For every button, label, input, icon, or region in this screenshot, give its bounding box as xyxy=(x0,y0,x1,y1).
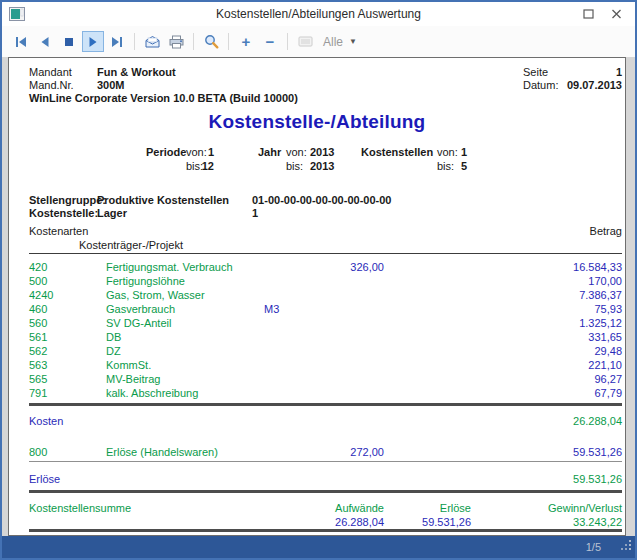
jahr-label: Jahr xyxy=(258,146,281,158)
kostenstelle-value: Lager xyxy=(97,207,127,219)
page-indicator: 1/5 xyxy=(586,541,601,553)
row-amount: 170,00 xyxy=(588,275,622,287)
row-name: SV DG-Anteil xyxy=(106,317,171,329)
search-button[interactable] xyxy=(200,31,222,52)
kostenstellen-von: 1 xyxy=(439,146,467,158)
row-name: Erlöse (Handelswaren) xyxy=(106,446,218,458)
seite-label: Seite xyxy=(523,66,548,78)
jahr-bis: 2013 xyxy=(310,160,334,172)
stellengruppe-value: Produktive Kostenstellen xyxy=(97,194,229,206)
row-name: DB xyxy=(106,331,121,343)
image-icon xyxy=(297,34,314,49)
kosten-label: Kosten xyxy=(29,415,63,427)
row-code: 460 xyxy=(29,303,47,315)
kostenstellen-label: Kostenstellen xyxy=(361,146,433,158)
print-button[interactable] xyxy=(165,31,187,52)
next-page-button[interactable] xyxy=(82,31,104,52)
row-code: 420 xyxy=(29,261,47,273)
gewinn-label: Gewinn/Verlust xyxy=(548,502,622,514)
mandnr-value: 300M xyxy=(97,79,125,91)
mandant-label: Mandant xyxy=(29,66,72,78)
toolbar: + − Alle ▼ xyxy=(2,26,635,57)
row-amount: 67,79 xyxy=(594,387,622,399)
summary-erloese-value: 59.531,26 xyxy=(422,516,471,528)
row-amount: 1.325,12 xyxy=(579,317,622,329)
row-amount: 7.386,37 xyxy=(579,289,622,301)
row-amount: 331,65 xyxy=(588,331,622,343)
table-rows: 420 Fertigungsmat. Verbrauch 326,00 16.5… xyxy=(9,261,625,401)
table-row: 563 KommSt. 221,10 xyxy=(9,359,625,373)
row-amount: 59.531,26 xyxy=(573,446,622,458)
seite-value: 1 xyxy=(616,66,622,78)
row-amount: 75,93 xyxy=(594,303,622,315)
close-icon xyxy=(611,9,622,19)
stellengruppe-code: 01-00-00-00-00-00-00-00-00 xyxy=(252,194,391,206)
zoom-out-button[interactable]: − xyxy=(259,31,281,52)
table-row: 420 Fertigungsmat. Verbrauch 326,00 16.5… xyxy=(9,261,625,275)
toolbar-separator xyxy=(134,33,135,50)
close-button[interactable] xyxy=(609,7,623,21)
col-kostenarten: Kostenarten xyxy=(29,225,88,237)
zoom-in-button[interactable]: + xyxy=(235,31,257,52)
table-row: 562 DZ 29,48 xyxy=(9,345,625,359)
print-icon xyxy=(168,34,185,50)
table-row: 460 Gasverbrauch M3 75,93 xyxy=(9,303,625,317)
row-code: 560 xyxy=(29,317,47,329)
periode-label: Periode xyxy=(146,146,186,158)
version-line: WinLine Corporate Version 10.0 BETA (Bui… xyxy=(29,92,298,104)
summary-bottom-rule xyxy=(29,529,622,532)
gewinn-value: 33.243,22 xyxy=(573,516,622,528)
toolbar-separator xyxy=(287,33,288,50)
row-amount: 16.584,33 xyxy=(573,261,622,273)
row-name: kalk. Abschreibung xyxy=(106,387,198,399)
export-image-button xyxy=(294,31,316,52)
row-qty: 326,00 xyxy=(350,261,384,273)
kostenstelle-label: Kostenstelle: xyxy=(29,207,98,219)
erloese-total: 59.531,26 xyxy=(573,473,622,485)
summary-top-rule xyxy=(29,490,622,493)
stop-button[interactable] xyxy=(58,31,80,52)
periode-von: 1 xyxy=(189,146,214,158)
toolbar-separator xyxy=(193,33,194,50)
aufwaende-label: Aufwände xyxy=(335,502,384,514)
send-mail-button[interactable] xyxy=(141,31,163,52)
col-betrag: Betrag xyxy=(590,225,622,237)
window-title: Kostenstellen/Abteilungen Auswertung xyxy=(2,7,635,21)
report-page: Mandant Fun & Workout Mand.Nr. 300M WinL… xyxy=(8,57,626,536)
last-page-button[interactable] xyxy=(106,31,128,52)
resize-grip[interactable] xyxy=(621,537,632,555)
maximize-button[interactable] xyxy=(581,7,595,21)
previous-page-button[interactable] xyxy=(34,31,56,52)
row-code: 562 xyxy=(29,345,47,357)
row-name: KommSt. xyxy=(106,359,151,371)
table-row: 500 Fertigungslöhne 170,00 xyxy=(9,275,625,289)
row-code: 561 xyxy=(29,331,47,343)
first-page-button[interactable] xyxy=(10,31,32,52)
report-window: Kostenstellen/Abteilungen Auswertung xyxy=(0,0,637,560)
row-name: Fertigungsmat. Verbrauch xyxy=(106,261,233,273)
bis-label: bis: xyxy=(286,160,303,172)
col-projekt: Kostenträger-/Projekt xyxy=(79,239,183,251)
stop-icon xyxy=(61,34,77,50)
row-amount: 96,27 xyxy=(594,373,622,385)
row-name: Gas, Strom, Wasser xyxy=(106,289,205,301)
row-code: 4240 xyxy=(29,289,53,301)
toolbar-separator xyxy=(228,33,229,50)
table-row: 565 MV-Beitrag 96,27 xyxy=(9,373,625,387)
jahr-von: 2013 xyxy=(310,146,334,158)
titlebar[interactable]: Kostenstellen/Abteilungen Auswertung xyxy=(2,2,635,26)
aufwaende-value: 26.288,04 xyxy=(335,516,384,528)
kostenstellen-bis: 5 xyxy=(439,160,467,172)
statusbar: 1/5 xyxy=(2,536,635,558)
erloese-label: Erlöse xyxy=(29,473,60,485)
section-rule xyxy=(29,403,622,406)
summary-label: Kostenstellensumme xyxy=(29,502,131,514)
last-page-icon xyxy=(109,34,125,50)
report-title: Kostenstelle-/Abteilung xyxy=(9,111,625,133)
row-code: 565 xyxy=(29,373,47,385)
row-name: Gasverbrauch xyxy=(106,303,175,315)
row-qty: 272,00 xyxy=(350,446,384,458)
row-amount: 29,48 xyxy=(594,345,622,357)
row-code: 800 xyxy=(29,446,47,458)
page-range-dropdown[interactable]: Alle ▼ xyxy=(319,35,357,49)
